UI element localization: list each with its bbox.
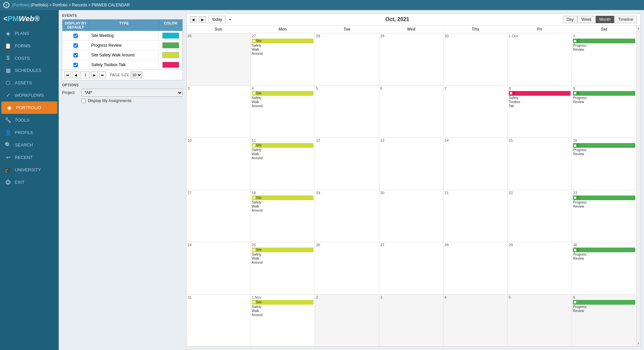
checkbox-cell-1[interactable] [62, 32, 89, 40]
checkbox-cell-4[interactable] [62, 61, 89, 69]
day-cell[interactable]: 5 [508, 295, 572, 347]
cal-event[interactable]: C [573, 39, 635, 43]
day-cell[interactable]: 20 [379, 190, 444, 242]
sidebar-item-assets[interactable]: ⬡ ASSETS [0, 77, 59, 89]
checkbox-cell-2[interactable] [62, 42, 89, 49]
day-cell[interactable]: 24 [186, 242, 251, 294]
sidebar-item-search[interactable]: 🔍 SEARCH [0, 139, 59, 151]
cal-event[interactable]: Site [252, 39, 314, 43]
day-cell[interactable]: 16 C ProgressReview [572, 138, 636, 190]
cal-event[interactable]: Site [252, 91, 314, 96]
info-icon[interactable]: i [3, 2, 9, 8]
day-cell[interactable]: 29 [508, 242, 572, 294]
cal-event[interactable]: C [573, 300, 635, 305]
sidebar-item-portfolio[interactable]: ◉ PORTFOLIO [1, 101, 57, 114]
sidebar-item-forms[interactable]: 📋 FORMS [0, 40, 59, 52]
display-checkbox-4[interactable] [73, 63, 78, 67]
sidebar-item-schedules[interactable]: ▦ SCHEDULES [0, 64, 59, 77]
sidebar-item-plans[interactable]: ◈ PLANS [0, 27, 59, 40]
sidebar-item-workflows[interactable]: ✓ WORKFLOWS [0, 89, 59, 101]
day-cell[interactable]: 27 Site SafetyWalkAround [251, 33, 315, 85]
day-cell[interactable]: 5 [315, 86, 379, 138]
page-size-select[interactable]: 10 20 50 [130, 72, 142, 78]
day-cell[interactable]: 2 [315, 295, 379, 347]
display-checkbox-1[interactable] [73, 34, 78, 38]
cal-event[interactable]: Site [252, 143, 314, 148]
scroll-up-arrow[interactable]: ▲ [637, 26, 640, 31]
cal-event[interactable]: C [573, 248, 635, 252]
sidebar-item-costs[interactable]: $ COSTS [0, 52, 59, 64]
cal-event[interactable]: C [509, 91, 571, 96]
view-month-button[interactable]: Month [596, 16, 614, 23]
display-checkbox-3[interactable] [73, 53, 78, 57]
next-month-button[interactable]: ▶ [199, 16, 206, 23]
color-cell-1[interactable] [159, 31, 182, 40]
today-dropdown[interactable]: ▼ [228, 18, 232, 21]
day-cell[interactable]: 28 [443, 242, 508, 294]
day-cell[interactable]: 4 Site SafetyWalkAround [251, 86, 315, 138]
cal-event[interactable]: C [573, 143, 635, 148]
day-cell[interactable]: 15 [508, 138, 572, 190]
day-cell[interactable]: 30 [443, 33, 508, 85]
checkbox-cell-3[interactable] [62, 51, 89, 59]
day-cell[interactable]: 8 C SafetyToolboxTak [508, 86, 572, 138]
day-cell[interactable]: 13 [379, 138, 444, 190]
prev-page-button[interactable]: ◀ [72, 72, 79, 78]
page-number-input[interactable] [80, 72, 90, 78]
day-cell[interactable]: 31 [186, 295, 251, 347]
scroll-down-arrow[interactable]: ▼ [637, 341, 640, 346]
color-cell-3[interactable] [159, 50, 182, 60]
sidebar-item-university[interactable]: 🎓 UNIVERSITY [0, 164, 59, 176]
view-day-button[interactable]: Day [563, 16, 577, 23]
first-page-button[interactable]: ⏮ [64, 72, 71, 78]
day-cell[interactable]: 21 [443, 190, 508, 242]
day-cell[interactable]: 26 [186, 33, 251, 85]
sidebar-item-profile[interactable]: 👤 PROFILE [0, 126, 59, 139]
day-cell[interactable]: 1 Nov Site SafetyWalkAround [251, 295, 315, 347]
color-cell-4[interactable] [159, 60, 182, 70]
day-cell[interactable]: 26 [315, 242, 379, 294]
sidebar-item-tools[interactable]: 🔧 TOOLS [0, 114, 59, 126]
view-timeline-button[interactable]: Timeline [614, 16, 637, 23]
portfolio-link[interactable]: (Portfolio) [12, 3, 30, 7]
today-button[interactable]: today [209, 16, 226, 23]
view-week-button[interactable]: Week [578, 16, 595, 23]
prev-month-button[interactable]: ◀ [190, 16, 197, 23]
day-cell[interactable]: 29 [379, 33, 444, 85]
day-cell[interactable]: 18 Site SafetyWalkAround [251, 190, 315, 242]
day-cell[interactable]: 6 [379, 86, 444, 138]
cal-event[interactable]: Site [252, 195, 314, 200]
cal-event[interactable]: Site [252, 248, 314, 252]
day-cell[interactable]: 11 Site SafetyWalkAround [251, 138, 315, 190]
cal-event[interactable]: C [573, 91, 635, 96]
day-cell[interactable]: 3 [379, 295, 444, 347]
sidebar-item-recent[interactable]: ↩ RECENT [0, 151, 59, 164]
day-cell[interactable]: 12 [315, 138, 379, 190]
day-cell[interactable]: 7 [443, 86, 508, 138]
display-checkbox-2[interactable] [73, 43, 78, 48]
day-cell[interactable]: 22 [508, 190, 572, 242]
project-select[interactable]: *All* [82, 89, 183, 97]
last-page-button[interactable]: ⏭ [99, 72, 106, 78]
day-cell[interactable]: 6 C ProgressReview [572, 295, 636, 347]
day-cell[interactable]: 30 C ProgressReview [572, 242, 636, 294]
day-cell[interactable]: 23 C ProgressReview [572, 190, 636, 242]
day-cell[interactable]: 4 [443, 295, 508, 347]
day-cell[interactable]: 9 C ProgressReview [572, 86, 636, 138]
day-cell[interactable]: 3 [186, 86, 251, 138]
day-cell[interactable]: 1 Oct [508, 33, 572, 85]
cal-event[interactable]: Site [252, 300, 314, 305]
cal-event[interactable]: C [573, 195, 635, 200]
color-cell-2[interactable] [159, 41, 182, 50]
day-cell[interactable]: 17 [186, 190, 251, 242]
next-page-button[interactable]: ▶ [91, 72, 98, 78]
day-cell[interactable]: 14 [443, 138, 508, 190]
sidebar-item-exit[interactable]: ⏻ EXIT [0, 176, 59, 188]
day-cell[interactable]: 27 [379, 242, 444, 294]
day-cell[interactable]: 10 [186, 138, 251, 190]
day-cell[interactable]: 25 Site SafetyWalkAround [251, 242, 315, 294]
day-cell[interactable]: 2 C ProgressReview [572, 33, 636, 85]
day-cell[interactable]: 28 [315, 33, 379, 85]
display-my-checkbox[interactable] [82, 99, 86, 103]
day-cell[interactable]: 19 [315, 190, 379, 242]
